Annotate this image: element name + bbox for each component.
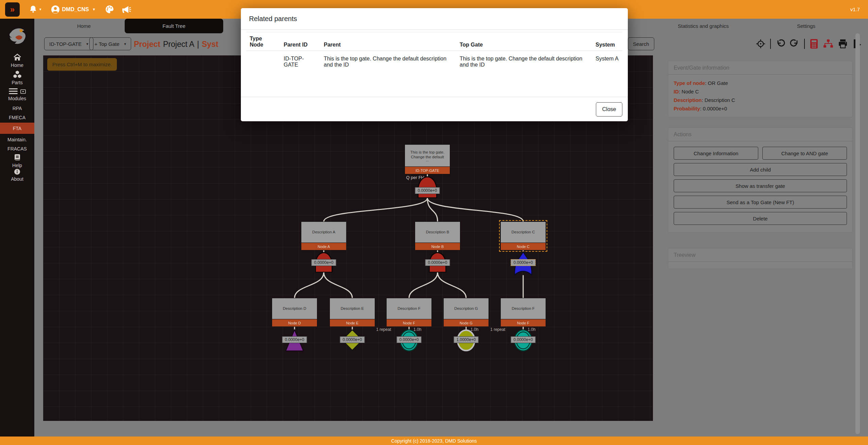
tree-node-d[interactable]: Description D Node D xyxy=(272,298,317,327)
close-button[interactable]: Close xyxy=(596,102,622,117)
sidebar-item-fracas[interactable]: FRACAS xyxy=(0,146,34,152)
caret-down-icon: ▾ xyxy=(124,42,126,46)
ellipsis-indicator: ... xyxy=(426,160,429,161)
app-screen: » ▾ DMD_CNS ▾ v1.7 Home xyxy=(0,0,868,445)
project-label: Project xyxy=(134,40,160,49)
sidebar-item-parts[interactable]: Parts xyxy=(0,70,34,85)
sidebar-item-help[interactable]: Help xyxy=(0,154,34,168)
book-icon xyxy=(13,154,21,161)
sidebar-item-label: Home xyxy=(11,63,23,68)
tab-fault-tree[interactable]: Fault Tree xyxy=(125,19,223,33)
redo-icon[interactable] xyxy=(790,39,799,49)
col-header-system: System xyxy=(592,32,622,51)
tab-settings[interactable]: Settings xyxy=(759,19,853,33)
node-id-bar: Node G xyxy=(443,319,489,327)
search-button[interactable]: Search xyxy=(628,37,654,50)
add-top-gate-dropdown[interactable]: + Top Gate ▾ xyxy=(89,37,131,50)
node-id-bar: Node F xyxy=(500,319,546,327)
sidebar-item-fmeca[interactable]: FMECA xyxy=(0,115,34,120)
person-circle-icon xyxy=(51,5,60,14)
repeat-label: 1 repeat xyxy=(490,327,505,332)
announcements-megaphone-icon[interactable] xyxy=(122,5,132,14)
undo-icon[interactable] xyxy=(776,39,785,49)
node-id-bar: ID-TOP-GATE xyxy=(405,167,450,174)
node-description: Description E xyxy=(330,298,375,319)
node-id-bar: Node B xyxy=(415,243,460,250)
node-probability-value: 0.0000e+0 xyxy=(425,259,450,266)
info-description: Description: Description C xyxy=(674,96,847,104)
tree-node-e[interactable]: Description E Node E xyxy=(330,298,375,327)
system-name: Syst xyxy=(202,40,218,49)
add-top-gate-label: + Top Gate xyxy=(94,41,120,47)
node-id-bar: Node E xyxy=(330,319,375,327)
tab-home[interactable]: Home xyxy=(43,19,125,33)
tree-node-g[interactable]: Description G Node G xyxy=(443,298,489,327)
sidebar-item-label: FRACAS xyxy=(7,146,27,152)
field-value: Description C xyxy=(705,97,735,103)
diagram-icon[interactable] xyxy=(823,39,833,49)
sidebar-item-maintain[interactable]: Maintain. xyxy=(0,137,34,142)
field-value: 0.0000e+0 xyxy=(703,106,727,111)
node-description: Description F xyxy=(500,298,546,319)
field-value: Node C xyxy=(681,89,699,94)
field-label: Description xyxy=(674,97,702,103)
node-description: Description G xyxy=(443,298,489,319)
notifications-bell-icon[interactable] xyxy=(29,5,38,14)
search-label: Search xyxy=(633,41,649,47)
node-description: Description B xyxy=(415,221,460,243)
card-title: Actions xyxy=(668,128,852,141)
tab-statistics-and-graphics[interactable]: Statistics and graphics xyxy=(647,19,759,33)
locate-icon[interactable] xyxy=(756,39,765,49)
node-probability-value: 0.0000e+0 xyxy=(415,187,440,194)
node-id-bar: Node A xyxy=(301,243,347,250)
cell-top-gate: This is the top gate. Change the default… xyxy=(456,51,592,82)
tree-node-f1[interactable]: Description F Node F xyxy=(386,298,432,327)
bell-caret-icon[interactable]: ▾ xyxy=(39,7,41,12)
node-probability-value: 0.0000e+0 xyxy=(282,336,307,343)
tree-node-b[interactable]: Description B Node B xyxy=(415,221,460,250)
delete-button[interactable]: Delete xyxy=(674,212,847,225)
tab-label: Statistics and graphics xyxy=(678,23,729,29)
col-header-parent: Parent xyxy=(320,32,456,51)
change-to-and-gate-button[interactable]: Change to AND gate xyxy=(762,147,847,160)
node-id-bar: Node C xyxy=(500,243,546,250)
tree-node-a[interactable]: Description A Node A xyxy=(301,221,347,250)
field-colon: : xyxy=(702,97,703,103)
gate-select-dropdown[interactable]: ID-TOP-GATE ▾ xyxy=(44,37,93,50)
app-logo[interactable] xyxy=(0,26,34,46)
field-colon: : xyxy=(679,89,680,94)
send-as-top-gate-button[interactable]: Send as a Top Gate (New FT) xyxy=(674,196,847,209)
menu-icon xyxy=(9,88,18,94)
related-parents-modal: Related parents Type Node Parent ID Pare… xyxy=(241,8,628,121)
node-id-bar: Node D xyxy=(272,319,317,327)
info-icon xyxy=(14,168,20,175)
tree-node-top-gate[interactable]: This is the top gate. Change the default… xyxy=(405,144,450,174)
cell-system: System A xyxy=(592,51,622,82)
tab-label: Fault Tree xyxy=(162,23,185,29)
project-name: Project A xyxy=(163,40,194,49)
show-as-transfer-gate-button[interactable]: Show as transfer gate xyxy=(674,179,847,192)
theme-palette-icon[interactable] xyxy=(105,5,114,14)
cell-parent: This is the top gate. Change the default… xyxy=(320,51,456,82)
node-probability-value: 0.0000e+0 xyxy=(511,259,535,266)
sidebar-item-label: Maintain. xyxy=(7,137,27,142)
sidebar-item-home[interactable]: Home xyxy=(0,54,34,68)
node-probability-value: 0.0000e+0 xyxy=(396,336,421,343)
print-icon[interactable] xyxy=(838,39,848,49)
panel-scrollbar[interactable] xyxy=(855,33,860,434)
modal-footer: Close xyxy=(241,97,628,121)
related-parents-table: Type Node Parent ID Parent Top Gate Syst… xyxy=(246,32,622,82)
calculator-icon[interactable] xyxy=(810,39,818,49)
sidebar-item-about[interactable]: About xyxy=(0,168,34,182)
sidebar-item-rpa[interactable]: RPA xyxy=(0,106,34,111)
add-child-button[interactable]: Add child xyxy=(674,163,847,176)
col-header-top-gate: Top Gate xyxy=(456,32,592,51)
sidebar-item-modules[interactable]: Modules xyxy=(0,88,34,101)
user-menu[interactable]: DMD_CNS ▾ xyxy=(51,5,95,14)
change-information-button[interactable]: Change Information xyxy=(674,147,758,160)
tree-node-f2[interactable]: Description F Node F xyxy=(500,298,546,327)
sidebar-item-fta[interactable]: FTA xyxy=(0,123,34,134)
toolbar-divider xyxy=(804,39,805,49)
sidebar-expand-button[interactable]: » xyxy=(5,2,20,17)
tree-node-c-selected[interactable]: Description C Node C xyxy=(500,221,546,250)
